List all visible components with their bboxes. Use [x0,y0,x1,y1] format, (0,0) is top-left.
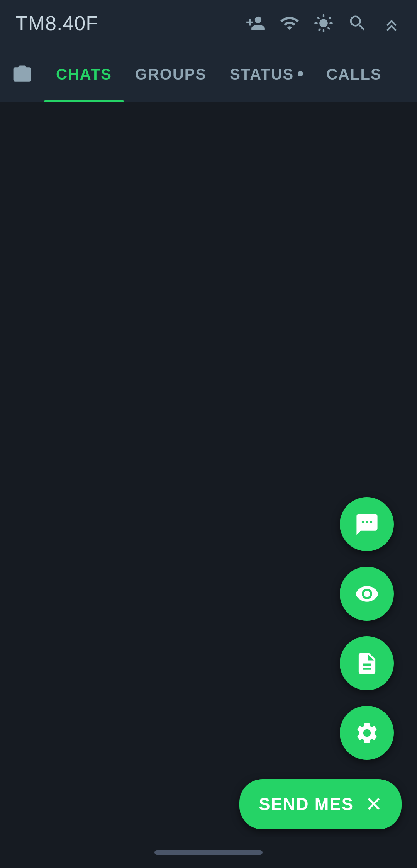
status-dot [298,71,303,76]
status-bar-icons [246,13,402,33]
search-icon[interactable] [348,13,368,33]
tab-calls[interactable]: CALLS [315,46,393,102]
eye-fab-button[interactable] [340,567,394,621]
document-icon [354,651,380,676]
overflow-icon[interactable] [381,13,402,33]
settings-fab-button[interactable] [340,706,394,760]
chat-icon [354,512,380,537]
eye-icon [354,581,380,606]
chat-fab-button[interactable] [340,497,394,551]
fab-container [340,497,394,760]
nav-tabs: CHATS GROUPS STATUS CALLS [44,46,405,102]
send-message-button[interactable]: SEND MES ✕ [239,779,402,829]
tab-status[interactable]: STATUS [218,46,315,102]
wifi-icon [280,13,300,33]
status-bar: TM8.40F [0,0,417,46]
tab-chats[interactable]: CHATS [44,46,124,102]
document-fab-button[interactable] [340,636,394,690]
close-icon[interactable]: ✕ [365,793,382,816]
brightness-icon [314,13,334,33]
add-contact-icon[interactable] [246,13,266,33]
main-content: SEND MES ✕ [0,102,417,837]
status-bar-title: TM8.40F [15,12,98,35]
camera-icon[interactable] [12,64,33,85]
settings-icon [354,720,380,746]
home-indicator [154,850,263,855]
bottom-bar [0,837,417,868]
send-message-label: SEND MES [259,795,354,814]
nav-bar: CHATS GROUPS STATUS CALLS [0,46,417,102]
tab-groups[interactable]: GROUPS [124,46,218,102]
